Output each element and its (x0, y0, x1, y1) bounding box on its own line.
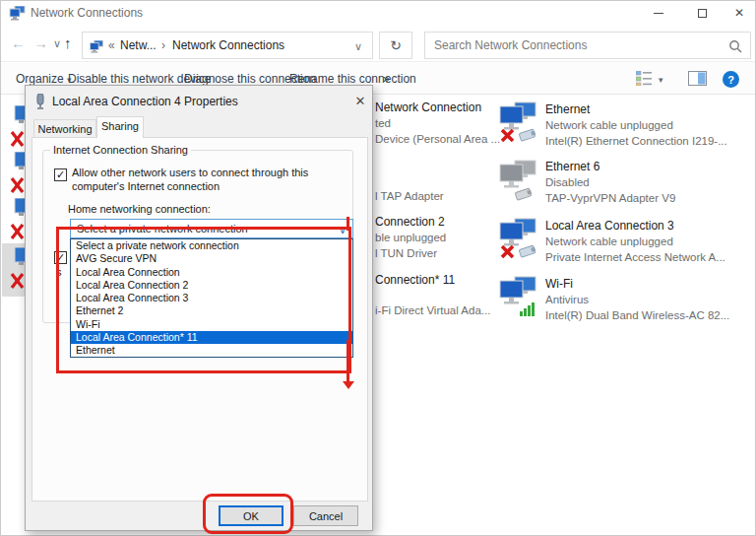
annotation-stroke-top (346, 217, 349, 231)
dropdown-option[interactable]: Ethernet (71, 344, 352, 357)
annotation-arrowhead (343, 381, 354, 389)
organize-button[interactable]: Organize ▾ (16, 72, 72, 86)
wifi-connected-icon (498, 276, 539, 317)
tile-device-fragment: l TAP Adapter (375, 190, 444, 202)
up-icon[interactable]: ↑ (64, 34, 72, 51)
tile-title: Local Area Connection 3 (545, 219, 674, 233)
tile-status-fragment: ble unplugged (375, 232, 446, 243)
breadcrumb-parent[interactable]: Netw... (120, 38, 157, 52)
home-connection-combobox[interactable]: Select a private network connection ∨ (70, 219, 353, 238)
tile-device-fragment: i-Fi Direct Virtual Ada... (375, 304, 490, 316)
overflow-chevron-icon[interactable]: » (383, 72, 390, 86)
title-bar: Network Connections ✕ (1, 1, 755, 25)
tab-networking[interactable]: Networking (33, 119, 96, 138)
tile-status: Disabled (545, 176, 590, 188)
tile-title: Ethernet 6 (545, 160, 599, 173)
change-view-icon[interactable] (636, 71, 653, 86)
tile-device: Private Internet Access Network A... (545, 251, 725, 263)
combobox-value: Select a private network connection (77, 223, 248, 234)
check-icon: ✓ (56, 168, 65, 180)
ethernet-unplugged-icon (498, 218, 539, 259)
tile-title-fragment: Connection* 11 (375, 273, 455, 287)
search-input[interactable] (434, 38, 710, 52)
refresh-icon: ↻ (390, 37, 402, 53)
ethernet-disabled-icon (498, 160, 539, 201)
rename-connection-button[interactable]: Rename this connection (289, 72, 416, 86)
home-connection-dropdown-list: Select a private network connection AVG … (70, 238, 353, 358)
view-caret-icon[interactable]: ▾ (659, 75, 663, 85)
tile-status: Network cable unplugged (545, 235, 673, 247)
search-icon[interactable] (728, 39, 742, 53)
tab-sharing[interactable]: Sharing (96, 116, 144, 138)
maximize-button[interactable] (682, 1, 722, 25)
help-button[interactable]: ? (723, 71, 739, 88)
dropdown-option[interactable]: AVG Secure VPN (71, 252, 352, 265)
allow-control-checkbox[interactable]: ✓ (54, 251, 67, 264)
tile-title-fragment: Connection 2 (375, 215, 445, 229)
hidden-connection-icon[interactable] (2, 198, 25, 243)
cancel-button[interactable]: Cancel (293, 505, 358, 526)
check-icon: ✓ (56, 251, 65, 263)
hidden-label-fragment: s (56, 266, 62, 278)
search-box[interactable] (424, 32, 751, 59)
allow-connect-checkbox[interactable]: ✓ (54, 168, 67, 181)
window-title: Network Connections (31, 6, 143, 20)
close-icon: ✕ (734, 6, 744, 20)
tile-title-fragment: Network Connection (375, 100, 481, 114)
minimize-icon (654, 13, 663, 14)
allow-connect-label-line1: Allow other network users to connect thr… (72, 167, 308, 178)
hidden-connection-icon[interactable] (2, 247, 25, 293)
dropdown-option[interactable]: Local Area Connection 3 (71, 292, 352, 304)
ok-button[interactable]: OK (219, 505, 284, 526)
breadcrumb-separator-icon: › (161, 38, 165, 52)
breadcrumb-left-icon[interactable]: « (108, 38, 115, 52)
tile-device: Intel(R) Dual Band Wireless-AC 82... (545, 309, 729, 321)
hidden-connection-icon[interactable] (2, 105, 25, 151)
forward-icon[interactable]: → (33, 34, 48, 51)
back-icon[interactable]: ← (11, 34, 26, 51)
dropdown-option[interactable]: Select a private network connection (71, 239, 352, 252)
dialog-title: Local Area Connection 4 Properties (52, 95, 238, 108)
tile-device: TAP-VyprVPN Adapter V9 (545, 192, 675, 204)
annotation-stroke-bottom (346, 340, 349, 383)
combobox-chevron-icon: ∨ (339, 224, 346, 236)
maximize-icon (698, 9, 707, 18)
tile-status-fragment: ted (375, 117, 391, 129)
sharing-tab-page: Internet Connection Sharing ✓ Allow othe… (32, 137, 368, 502)
dropdown-option[interactable]: Ethernet 2 (71, 304, 352, 317)
tile-title: Ethernet (545, 102, 590, 116)
tile-device: Intel(R) Ethernet Connection I219-... (545, 135, 727, 147)
dropdown-option[interactable]: Wi-Fi (71, 318, 352, 331)
refresh-button[interactable]: ↻ (379, 32, 412, 59)
ethernet-unplugged-icon (498, 101, 539, 143)
minimize-button[interactable] (639, 1, 678, 25)
address-bar[interactable]: « Netw... › Network Connections ∨ (82, 32, 373, 59)
close-button[interactable]: ✕ (720, 1, 756, 25)
dialog-close-icon[interactable]: ✕ (350, 94, 370, 108)
navigation-bar: ← → ∨ ↑ « Netw... › Network Connections … (1, 25, 755, 62)
preview-pane-icon[interactable] (688, 71, 707, 86)
tile-status: Network cable unplugged (545, 119, 673, 131)
dropdown-option[interactable]: Local Area Connection (71, 266, 352, 279)
home-networking-label: Home networking connection: (68, 203, 211, 215)
address-dropdown-chevron-icon[interactable]: ∨ (354, 40, 362, 53)
connection-properties-icon (34, 94, 46, 109)
hidden-connection-icon[interactable] (2, 152, 25, 197)
app-icon (9, 6, 26, 21)
explorer-window: Network Connections ✕ ← → ∨ ↑ « Netw... … (0, 0, 756, 536)
breadcrumb-current[interactable]: Network Connections (172, 38, 284, 52)
folder-location-icon (89, 40, 104, 53)
allow-connect-label-line2: computer's Internet connection (72, 180, 220, 192)
dropdown-option[interactable]: Local Area Connection 2 (71, 279, 352, 292)
help-icon: ? (727, 74, 734, 86)
properties-dialog: Local Area Connection 4 Properties ✕ Net… (25, 85, 373, 531)
dropdown-option-selected[interactable]: Local Area Connection* 11 (71, 331, 352, 344)
tile-device-fragment: l TUN Driver (375, 247, 437, 259)
recent-locations-chevron-icon[interactable]: ∨ (53, 37, 61, 50)
ics-group-title: Internet Connection Sharing (50, 144, 191, 156)
tile-status: Antivirus (545, 294, 589, 305)
tile-title: Wi-Fi (545, 277, 573, 291)
tile-device-fragment: Device (Personal Area ... (375, 133, 500, 145)
